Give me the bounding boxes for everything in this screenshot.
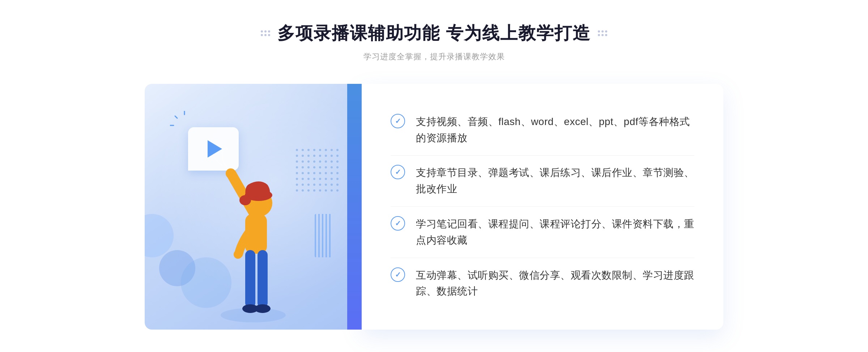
feature-text-2: 支持章节目录、弹题考试、课后练习、课后作业、章节测验、批改作业 (416, 165, 694, 197)
person-illustration (203, 142, 304, 330)
feature-text-4: 互动弹幕、试听购买、微信分享、观看次数限制、学习进度跟踪、数据统计 (416, 267, 694, 300)
header-section: 多项录播课辅助功能 专为线上教学打造 学习进度全掌握，提升录播课教学效果 (261, 22, 607, 62)
feature-item-2: ✓ 支持章节目录、弹题考试、课后练习、课后作业、章节测验、批改作业 (391, 158, 694, 205)
stripe-decoration (315, 214, 333, 257)
check-icon-4: ✓ (391, 267, 405, 282)
illustration-panel (145, 84, 362, 330)
semi-circle-left (145, 214, 174, 257)
check-icon-2: ✓ (391, 165, 405, 179)
page-wrapper: 多项录播课辅助功能 专为线上教学打造 学习进度全掌握，提升录播课教学效果 (0, 0, 868, 352)
features-panel: ✓ 支持视频、音频、flash、word、excel、ppt、pdf等各种格式的… (362, 84, 723, 330)
svg-rect-4 (245, 214, 267, 254)
left-decorative-dots (261, 30, 270, 36)
divider-1 (391, 155, 694, 156)
svg-point-11 (255, 304, 271, 313)
svg-rect-9 (258, 250, 268, 308)
blue-accent-bar (347, 84, 362, 330)
feature-item-1: ✓ 支持视频、音频、flash、word、excel、ppt、pdf等各种格式的… (391, 107, 694, 154)
feature-item-4: ✓ 互动弹幕、试听购买、微信分享、观看次数限制、学习进度跟踪、数据统计 (391, 260, 694, 307)
sparkle-decoration (170, 111, 199, 140)
check-icon-3: ✓ (391, 216, 405, 231)
svg-rect-8 (245, 250, 255, 308)
divider-3 (391, 258, 694, 258)
content-area: ✓ 支持视频、音频、flash、word、excel、ppt、pdf等各种格式的… (145, 84, 723, 330)
svg-point-13 (234, 250, 242, 259)
subtitle: 学习进度全掌握，提升录播课教学效果 (261, 51, 607, 62)
divider-2 (391, 206, 694, 207)
svg-point-7 (239, 195, 251, 205)
right-decorative-dots (598, 30, 607, 36)
svg-point-12 (226, 168, 236, 179)
title-row: 多项录播课辅助功能 专为线上教学打造 (261, 22, 607, 45)
check-icon-1: ✓ (391, 114, 405, 128)
main-title: 多项录播课辅助功能 专为线上教学打造 (277, 22, 590, 45)
feature-item-3: ✓ 学习笔记回看、课程提问、课程评论打分、课件资料下载，重点内容收藏 (391, 209, 694, 256)
feature-text-1: 支持视频、音频、flash、word、excel、ppt、pdf等各种格式的资源… (416, 114, 694, 146)
svg-line-2 (175, 116, 177, 118)
feature-text-3: 学习笔记回看、课程提问、课程评论打分、课件资料下载，重点内容收藏 (416, 216, 694, 249)
